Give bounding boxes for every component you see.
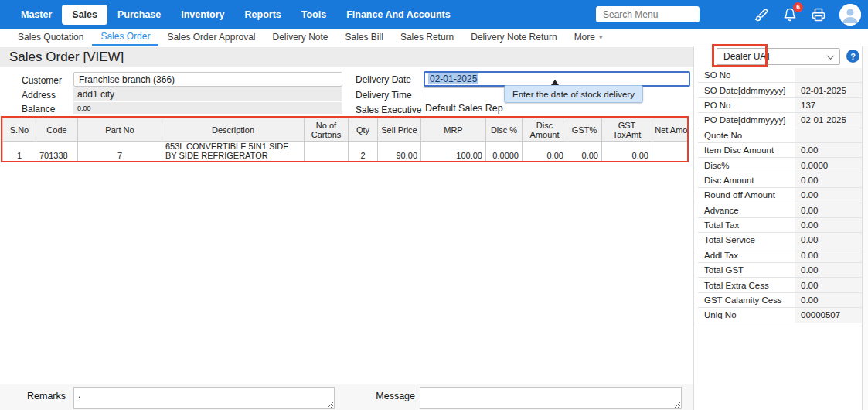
col-sell-price: Sell Price: [378, 118, 421, 142]
summary-row: PO Date[ddmmyyyy]02-01-2025: [698, 113, 862, 128]
sales-executive-value: Default Sales Rep: [425, 103, 503, 114]
subnav-item-sales-quotation[interactable]: Sales Quotation: [9, 29, 92, 46]
header-icon-group: 6: [754, 4, 861, 26]
col-sno: S.No: [3, 118, 36, 142]
summary-value: 0.00: [795, 173, 862, 187]
delivery-time-input[interactable]: [424, 87, 510, 101]
remarks-textarea[interactable]: .: [73, 387, 335, 409]
user-avatar[interactable]: [839, 4, 861, 26]
items-table-header-row: S.No Code Part No Description No of Cart…: [3, 118, 689, 142]
nav-item-reports[interactable]: Reports: [235, 5, 291, 25]
nav-item-tools[interactable]: Tools: [291, 5, 336, 25]
company-select[interactable]: Dealer UAT: [717, 48, 840, 65]
summary-row: Uniq No00000507: [698, 308, 862, 323]
subnav-item-sales-return[interactable]: Sales Return: [392, 29, 462, 46]
customer-label: Customer: [22, 75, 62, 86]
nav-item-finance-and-accounts[interactable]: Finance And Accounts: [336, 5, 461, 25]
delivery-date-value: 02-01-2025: [428, 73, 478, 84]
summary-label: Uniq No: [698, 308, 795, 322]
summary-label: Quote No: [698, 128, 795, 142]
more-label: More: [574, 32, 595, 43]
summary-row: Item Disc Amount0.00: [698, 143, 862, 158]
summary-value: 02-01-2025: [795, 83, 862, 97]
summary-value: 0.00: [795, 278, 862, 292]
cell-sell-price: 90.00: [378, 142, 421, 163]
customer-input[interactable]: [73, 72, 342, 87]
summary-label: Total Extra Cess: [698, 278, 795, 292]
company-select-value: Dealer UAT: [723, 51, 771, 62]
notifications-bell-icon[interactable]: 6: [782, 7, 798, 22]
col-no-of-cartons: No of Cartons: [305, 118, 349, 142]
subnav-item-sales-bill[interactable]: Sales Bill: [337, 29, 392, 46]
summary-row: Total Extra Cess0.00: [698, 278, 862, 292]
col-qty: Qty: [349, 118, 378, 142]
summary-label: Total Service: [698, 233, 795, 247]
col-net-amount: Net Amount: [652, 118, 689, 142]
cell-no-of-cartons: [305, 142, 349, 163]
summary-label: Disc%: [698, 158, 795, 172]
summary-value: [795, 68, 862, 82]
nav-item-purchase[interactable]: Purchase: [107, 5, 171, 25]
delivery-date-tooltip: Enter the date of stock delivery: [504, 85, 643, 103]
nav-item-inventory[interactable]: Inventory: [171, 5, 234, 25]
top-nav-bar: Master Sales Purchase Inventory Reports …: [0, 0, 868, 29]
summary-value: 0.00: [795, 233, 862, 247]
summary-value: 0.00: [795, 263, 862, 277]
summary-label: SO Date[ddmmyyyy]: [698, 83, 795, 97]
sales-executive-label: Sales Executive: [356, 104, 421, 115]
page-title: Sales Order [VIEW]: [9, 50, 124, 65]
subnav-item-sales-order[interactable]: Sales Order: [92, 29, 158, 46]
summary-label: PO Date[ddmmyyyy]: [698, 113, 795, 127]
cell-net-amount: 18: [652, 142, 689, 163]
subnav-item-sales-order-approval[interactable]: Sales Order Approval: [158, 29, 264, 46]
col-code: Code: [36, 118, 78, 142]
notification-badge: 6: [793, 2, 803, 12]
col-description: Description: [162, 118, 305, 142]
nav-item-sales[interactable]: Sales: [62, 5, 107, 25]
subnav-item-delivery-note-return[interactable]: Delivery Note Return: [462, 29, 565, 46]
summary-row: PO No137: [698, 98, 862, 113]
cell-disc-pct: 0.0000: [486, 142, 523, 163]
summary-label: Disc Amount: [698, 173, 795, 187]
message-textarea[interactable]: [420, 387, 682, 409]
summary-label: Addl Tax: [698, 248, 795, 262]
help-icon[interactable]: ?: [846, 50, 859, 63]
summary-label: SO No: [698, 68, 795, 82]
items-table: S.No Code Part No Description No of Cart…: [2, 118, 689, 162]
items-table-row: 1 701338 7 653L CONVERTIBLE 5IN1 SIDE BY…: [3, 142, 689, 163]
sales-sub-nav: Sales Quotation Sales Order Sales Order …: [0, 29, 868, 46]
vertical-scrollbar[interactable]: [862, 46, 868, 410]
cell-gst-pct: 0.00: [567, 142, 602, 163]
remarks-label: Remarks: [0, 391, 66, 401]
paintbrush-icon[interactable]: [754, 7, 769, 22]
subnav-item-delivery-note[interactable]: Delivery Note: [264, 29, 336, 46]
summary-label: Advance: [698, 203, 795, 217]
panel-divider: [693, 46, 694, 410]
summary-row: SO No: [698, 68, 862, 83]
summary-value: [795, 128, 862, 142]
summary-value: 0.00: [795, 203, 862, 217]
summary-label: Total Tax: [698, 218, 795, 232]
summary-row: Total GST0.00: [698, 263, 862, 278]
nav-item-master[interactable]: Master: [11, 5, 62, 25]
delivery-date-label: Delivery Date: [356, 74, 411, 85]
summary-value: 02-01-2025: [795, 113, 862, 127]
summary-label: GST Calamity Cess: [698, 293, 795, 307]
summary-label: Total GST: [698, 263, 795, 277]
order-summary-panel: SO No SO Date[ddmmyyyy]02-01-2025 PO No1…: [698, 68, 862, 323]
summary-row: SO Date[ddmmyyyy]02-01-2025: [698, 83, 862, 97]
cell-description: 653L CONVERTIBLE 5IN1 SIDE BY SIDE REFRI…: [162, 142, 305, 163]
subnav-item-more[interactable]: More ▾: [566, 29, 611, 46]
summary-value: 0.00: [795, 293, 862, 307]
summary-value: 00000507: [795, 308, 862, 322]
summary-label: Item Disc Amount: [698, 143, 795, 157]
summary-value: 0.00: [795, 143, 862, 157]
tooltip-arrow-icon: [551, 80, 559, 85]
address-label: Address: [22, 90, 56, 101]
search-input[interactable]: [596, 6, 700, 22]
cell-sno: 1: [3, 142, 36, 163]
printer-icon[interactable]: [811, 7, 826, 22]
cell-gst-taxamt: 0.00: [602, 142, 652, 163]
summary-row: Addl Tax0.00: [698, 248, 862, 263]
chevron-down-icon: [827, 52, 835, 60]
